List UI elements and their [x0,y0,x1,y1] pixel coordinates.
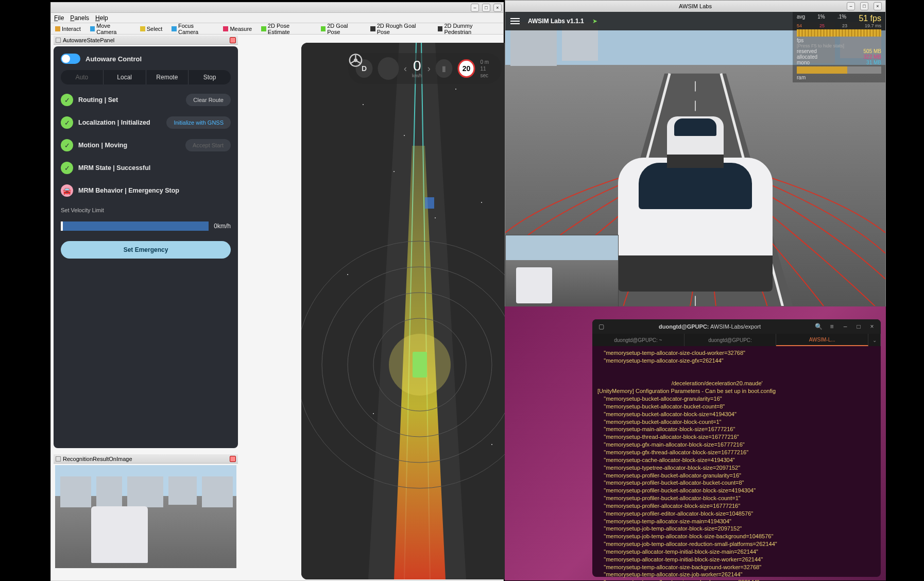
tool-move-camera[interactable]: Move Camera [88,22,133,36]
autoware-state-panel: Autoware Control Auto Local Remote Stop … [54,46,238,448]
hud-distance-time: 0 m 11 sec [480,59,494,79]
tool-interact[interactable]: Interact [53,25,83,32]
arrow-icon [261,26,266,31]
desktop-wallpaper: ▢ duongtd@GPUPC: AWSIM-Labs/export 🔍 ≡ –… [505,306,886,580]
autoware-control-label: Autoware Control [85,55,142,63]
mode-stop[interactable]: Stop [189,70,231,84]
stats-hint: [Press F5 to hide stats] [797,43,881,48]
pedestrian-icon [438,26,443,31]
close-button[interactable]: × [867,322,877,331]
awsim-titlebar[interactable]: AWSIM Labs – □ × [505,1,885,12]
mrm-state-status: MRM State | Successful [78,164,231,172]
ram-label: ram [797,75,806,80]
tool-pose-estimate[interactable]: 2D Pose Estimate [259,22,313,36]
fps-value: 51 fps [859,14,881,23]
fps-label: fps [797,38,803,43]
terminal-tab-1[interactable]: duongtd@GPUPC: ~ [592,334,685,346]
clear-route-button[interactable]: Clear Route [186,94,231,106]
terminal-tab-dropdown[interactable]: ⌄ [868,334,881,346]
search-icon[interactable]: 🔍 [814,322,823,331]
awsim-pip-camera [505,235,619,307]
panel-close-button[interactable] [230,37,236,43]
awsim-viewport[interactable]: AWSIM Labs v1.1.1 ➤ avg1%.1%51 fps 54252… [505,12,885,307]
arrow-icon [321,26,326,31]
check-icon: ✓ [61,139,73,151]
awsim-window: AWSIM Labs – □ × [505,0,886,306]
svg-point-13 [393,171,395,172]
next-arrow-icon[interactable]: › [427,63,431,74]
mode-local[interactable]: Local [104,70,146,84]
ram-bar [797,66,881,74]
check-icon: ✓ [61,116,73,129]
recognition-image [55,465,236,568]
minimize-button[interactable]: – [471,4,479,12]
menu-help[interactable]: Help [95,14,108,22]
focus-icon [172,26,177,31]
recog-panel-title: RecognitionResultOnImage [63,456,132,462]
mode-auto[interactable]: Auto [61,70,104,84]
vehicle-hud: D ‹ 0 km/h › ▮ 20 0 m 11 sec [348,53,501,84]
steering-wheel-icon [378,57,399,80]
tool-goal-pose[interactable]: 2D Goal Pose [319,22,364,36]
terminal-tab-2[interactable]: duongtd@GPUPC: [685,334,777,346]
rviz-titlebar[interactable]: – □ × [51,3,503,13]
prev-arrow-icon[interactable]: ‹ [404,63,407,74]
velocity-limit-label: Set Velocity Limit [61,207,231,213]
traffic-icon: ▮ [436,59,453,78]
menu-icon[interactable] [510,18,520,24]
svg-point-20 [404,135,405,136]
select-icon [140,26,145,31]
tool-measure[interactable]: Measure [221,25,254,32]
awsim-title-text: AWSIM Labs [679,3,712,9]
motion-status: Motion | Moving [78,142,180,149]
tool-select[interactable]: Select [138,25,165,32]
awsim-version: AWSIM Labs v1.1.1 [528,18,584,25]
new-tab-icon[interactable]: ▢ [596,322,606,331]
rviz-window: – □ × File Panels Help Interact Move Cam… [50,2,504,581]
maximize-button[interactable]: □ [854,322,863,331]
terminal-tabs: duongtd@GPUPC: ~ duongtd@GPUPC: AWSIM-L.… [592,334,881,346]
svg-point-11 [363,104,364,105]
minimize-button[interactable]: – [841,322,850,331]
maximize-button[interactable]: □ [860,2,868,10]
terminal-output[interactable]: "memorysetup-temp-allocator-size-cloud-w… [592,346,881,581]
menu-file[interactable]: File [54,14,64,22]
pin-icon [370,26,375,31]
mode-remote[interactable]: Remote [146,70,189,84]
tool-dummy-pedestrian[interactable]: 2D Dummy Pedestrian [436,22,501,36]
set-emergency-button[interactable]: Set Emergency [61,241,231,259]
close-button[interactable]: × [874,2,882,10]
speed-display: 0 km/h [412,59,422,78]
menu-panels[interactable]: Panels [70,14,89,22]
recog-panel-header[interactable]: RecognitionResultOnImage [54,454,238,464]
state-panel-title: AutowareStatePanel [63,37,114,43]
tool-rough-goal-pose[interactable]: 2D Rough Goal Pose [368,22,431,36]
terminal-tab-3[interactable]: AWSIM-L... [776,334,868,346]
minimize-button[interactable]: – [847,2,855,10]
move-icon [90,26,95,31]
car-alert-icon: 🚘 [61,184,73,197]
speed-limit-sign: 20 [458,59,475,78]
autoware-control-toggle[interactable] [61,54,80,64]
hamburger-icon[interactable]: ≡ [827,322,836,331]
measure-icon [223,26,228,31]
svg-point-10 [389,334,451,396]
panel-close-button[interactable] [230,456,236,462]
terminal-titlebar[interactable]: ▢ duongtd@GPUPC: AWSIM-Labs/export 🔍 ≡ –… [592,319,881,334]
svg-point-15 [347,274,348,275]
init-gnss-button[interactable]: Initialize with GNSS [166,116,231,129]
accept-start-button[interactable]: Accept Start [185,139,231,151]
lead-vehicle [667,116,724,168]
mode-segment: Auto Local Remote Stop [61,70,231,84]
svg-point-14 [481,202,482,203]
tool-focus-camera[interactable]: Focus Camera [169,22,216,36]
cursor-arrow-icon: ➤ [592,18,597,25]
svg-point-12 [455,89,456,90]
svg-point-17 [373,413,374,414]
maximize-button[interactable]: □ [482,4,490,12]
vehicle [618,158,773,292]
velocity-slider[interactable] [61,221,209,231]
close-button[interactable]: × [493,4,502,12]
svg-point-18 [491,444,492,445]
state-panel-header[interactable]: AutowareStatePanel [54,36,238,45]
